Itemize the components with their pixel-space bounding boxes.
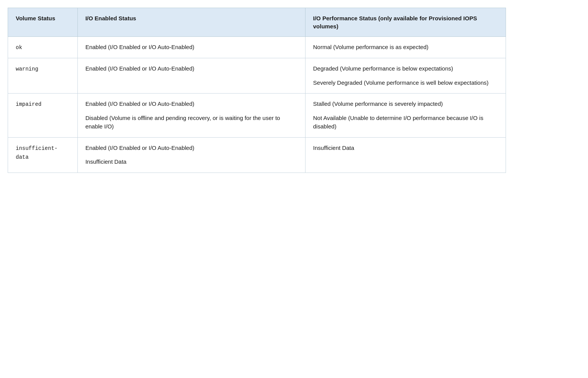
volume-status-cell: impaired (8, 94, 78, 138)
io-enabled-status-cell: Enabled (I/O Enabled or I/O Auto-Enabled… (77, 137, 305, 173)
volume-status-cell: insufficient-data (8, 137, 78, 173)
io-enabled-paragraph: Enabled (I/O Enabled or I/O Auto-Enabled… (85, 144, 297, 153)
io-performance-status-cell: Stalled (Volume performance is severely … (305, 94, 506, 138)
volume-status-value: impaired (16, 101, 41, 107)
volume-status-table: Volume Status I/O Enabled Status I/O Per… (8, 8, 506, 173)
header-io-performance-status: I/O Performance Status (only available f… (305, 8, 506, 37)
io-performance-status-cell: Insufficient Data (305, 137, 506, 173)
io-performance-paragraph: Severely Degraded (Volume performance is… (313, 79, 498, 87)
io-performance-paragraph: Stalled (Volume performance is severely … (313, 100, 498, 108)
io-performance-paragraph: Degraded (Volume performance is below ex… (313, 64, 498, 73)
volume-status-value: ok (16, 44, 22, 51)
table-row: insufficient-dataEnabled (I/O Enabled or… (8, 137, 506, 173)
volume-status-value: warning (16, 66, 38, 72)
volume-status-cell: warning (8, 58, 78, 94)
io-performance-status-cell: Normal (Volume performance is as expecte… (305, 37, 506, 58)
io-enabled-paragraph: Enabled (I/O Enabled or I/O Auto-Enabled… (85, 100, 297, 108)
table-row: okEnabled (I/O Enabled or I/O Auto-Enabl… (8, 37, 506, 58)
table-header-row: Volume Status I/O Enabled Status I/O Per… (8, 8, 506, 37)
io-enabled-paragraph: Disabled (Volume is offline and pending … (85, 114, 297, 131)
io-enabled-paragraph: Insufficient Data (85, 158, 297, 166)
io-performance-paragraph: Not Available (Unable to determine I/O p… (313, 114, 498, 131)
io-enabled-status-cell: Enabled (I/O Enabled or I/O Auto-Enabled… (77, 58, 305, 94)
volume-status-value: insufficient-data (16, 145, 57, 160)
volume-status-cell: ok (8, 37, 78, 58)
table-row: impairedEnabled (I/O Enabled or I/O Auto… (8, 94, 506, 138)
io-performance-paragraph: Normal (Volume performance is as expecte… (313, 43, 498, 52)
io-enabled-paragraph: Enabled (I/O Enabled or I/O Auto-Enabled… (85, 43, 297, 52)
io-performance-status-cell: Degraded (Volume performance is below ex… (305, 58, 506, 94)
io-performance-paragraph: Insufficient Data (313, 144, 498, 153)
table-row: warningEnabled (I/O Enabled or I/O Auto-… (8, 58, 506, 94)
io-enabled-status-cell: Enabled (I/O Enabled or I/O Auto-Enabled… (77, 37, 305, 58)
header-io-enabled-status: I/O Enabled Status (77, 8, 305, 37)
io-enabled-paragraph: Enabled (I/O Enabled or I/O Auto-Enabled… (85, 64, 297, 73)
header-volume-status: Volume Status (8, 8, 78, 37)
io-enabled-status-cell: Enabled (I/O Enabled or I/O Auto-Enabled… (77, 94, 305, 138)
